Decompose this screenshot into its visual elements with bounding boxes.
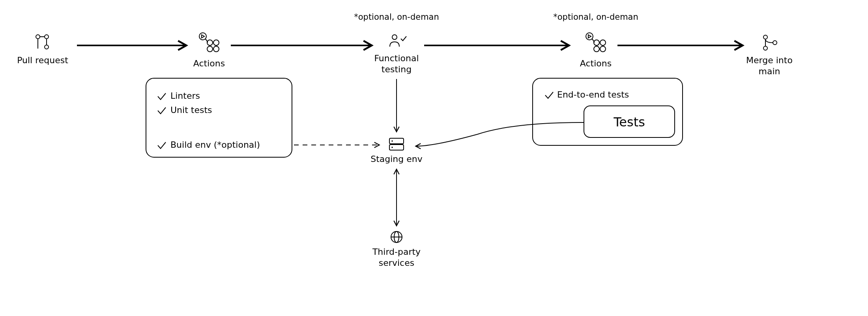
pull-request-label: Pull request bbox=[17, 55, 68, 65]
node-third-party: Third-party services bbox=[372, 231, 421, 268]
svg-point-15 bbox=[763, 46, 767, 50]
workflow-icon bbox=[586, 33, 606, 52]
svg-point-7 bbox=[213, 46, 219, 52]
check-icon bbox=[158, 107, 166, 114]
svg-point-12 bbox=[594, 46, 599, 52]
node-functional-testing: Functional testing bbox=[374, 35, 419, 74]
svg-point-2 bbox=[45, 45, 49, 49]
node-pull-request: Pull request bbox=[17, 35, 68, 65]
globe-icon bbox=[391, 231, 402, 243]
node-actions-1: Actions bbox=[193, 33, 225, 68]
functional-label-1: Functional bbox=[374, 53, 419, 63]
node-merge: Merge into main bbox=[746, 35, 793, 76]
svg-point-4 bbox=[207, 40, 213, 45]
svg-point-1 bbox=[45, 35, 49, 39]
svg-point-16 bbox=[773, 41, 777, 45]
server-icon bbox=[389, 138, 404, 150]
pipeline-diagram: *optional, on-deman *optional, on-deman … bbox=[0, 0, 868, 316]
check-icon bbox=[158, 93, 166, 100]
e2e-label: End-to-end tests bbox=[557, 90, 629, 100]
third-party-label-1: Third-party bbox=[372, 247, 421, 257]
user-check-icon bbox=[390, 35, 406, 47]
svg-point-8 bbox=[392, 35, 397, 40]
check-icon bbox=[158, 142, 166, 149]
functional-label-2: testing bbox=[382, 64, 412, 74]
actions-1-detail-box: Linters Unit tests Build env (*optional) bbox=[146, 78, 292, 157]
merge-label-2: main bbox=[759, 66, 780, 76]
svg-point-11 bbox=[600, 40, 606, 45]
svg-point-10 bbox=[594, 40, 599, 45]
svg-point-5 bbox=[213, 40, 219, 45]
workflow-icon bbox=[199, 33, 219, 52]
svg-point-6 bbox=[207, 46, 213, 52]
arrow-e2e-to-staging bbox=[416, 122, 584, 146]
svg-rect-18 bbox=[533, 78, 683, 145]
node-actions-2: Actions bbox=[580, 33, 612, 68]
third-party-label-2: services bbox=[379, 258, 414, 268]
svg-point-22 bbox=[391, 147, 393, 148]
actions-2-detail-box: End-to-end tests Tests bbox=[533, 78, 683, 145]
merge-label-1: Merge into bbox=[746, 55, 793, 65]
annotation-optional-1: *optional, on-deman bbox=[354, 12, 439, 22]
unit-tests-label: Unit tests bbox=[170, 105, 212, 115]
annotation-optional-2: *optional, on-deman bbox=[553, 12, 638, 22]
build-env-label: Build env (*optional) bbox=[170, 140, 260, 150]
svg-point-21 bbox=[391, 140, 393, 141]
svg-point-14 bbox=[763, 35, 767, 39]
node-staging-env: Staging env bbox=[370, 138, 423, 164]
svg-point-0 bbox=[36, 35, 40, 39]
actions-2-label: Actions bbox=[580, 58, 612, 68]
git-branch-icon bbox=[36, 35, 49, 49]
tests-label: Tests bbox=[613, 115, 645, 130]
svg-point-13 bbox=[600, 46, 606, 52]
actions-1-label: Actions bbox=[193, 58, 225, 68]
check-icon bbox=[545, 92, 553, 98]
linters-label: Linters bbox=[170, 91, 200, 101]
git-merge-icon bbox=[763, 35, 777, 50]
staging-label: Staging env bbox=[370, 154, 423, 164]
